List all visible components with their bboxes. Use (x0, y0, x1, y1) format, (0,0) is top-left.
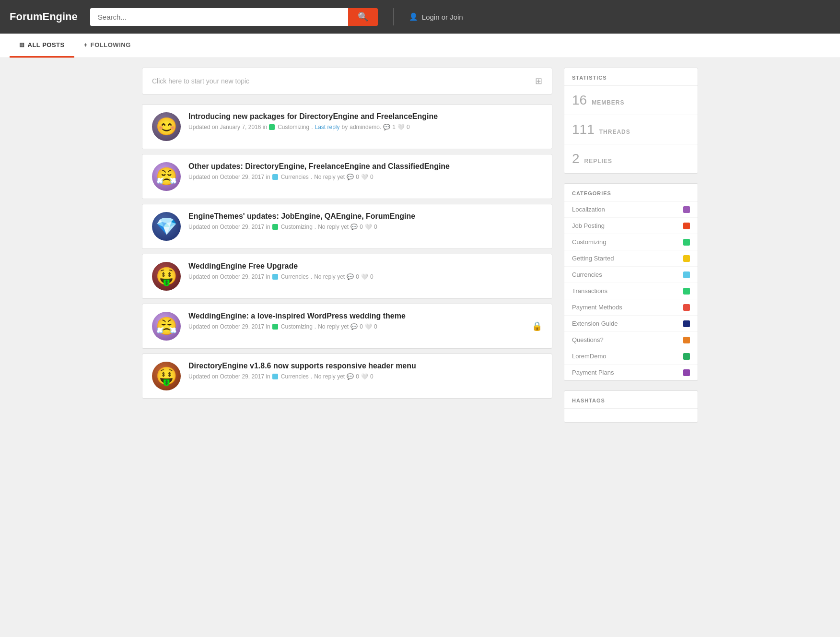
post-title[interactable]: Introducing new packages for DirectoryEn… (188, 112, 542, 121)
category-item-2[interactable]: Customizing (564, 234, 698, 250)
hashtags-section: HASHTAGS (564, 390, 698, 423)
category-name: Job Posting (572, 222, 605, 229)
post-title[interactable]: DirectoryEngine v1.8.6 now supports resp… (188, 362, 542, 370)
post-item-4: 🤑 WeddingEngine Free Upgrade Updated on … (142, 254, 552, 299)
category-item-9[interactable]: LoremDemo (564, 348, 698, 365)
avatar: 🤑 (152, 362, 181, 390)
category-item-7[interactable]: Extension Guide (564, 316, 698, 332)
category-name: LoremDemo (572, 353, 607, 360)
site-header: ForumEngine 🔍 👤 Login or Join (0, 0, 840, 34)
user-icon: 👤 (409, 12, 418, 21)
category-color-dot (683, 239, 690, 246)
category-name: Getting Started (572, 255, 614, 262)
stat-label-threads: THREADS (599, 129, 630, 135)
tab-following[interactable]: + FOLLOWING (74, 34, 140, 58)
category-color-dot (683, 206, 690, 213)
site-logo: ForumEngine (10, 11, 78, 23)
category-item-3[interactable]: Getting Started (564, 250, 698, 267)
category-color-dot (683, 320, 690, 327)
avatar: 🤑 (152, 262, 181, 291)
avatar: 😤 (152, 162, 181, 191)
post-title[interactable]: WeddingEngine Free Upgrade (188, 262, 542, 271)
following-icon: + (84, 41, 88, 48)
category-name: Localization (572, 206, 605, 213)
post-content: EngineThemes' updates: JobEngine, QAEngi… (188, 212, 542, 230)
post-item-3: 💎 EngineThemes' updates: JobEngine, QAEn… (142, 204, 552, 249)
category-color-dot (683, 223, 690, 229)
stat-replies: 2 REPLIES (564, 144, 698, 173)
categories-title: CATEGORIES (564, 184, 698, 201)
post-item-6: 🤑 DirectoryEngine v1.8.6 now supports re… (142, 354, 552, 399)
category-name: Transactions (572, 287, 607, 295)
avatar: 😊 (152, 112, 181, 141)
category-item-4[interactable]: Currencies (564, 267, 698, 283)
search-input[interactable] (90, 8, 348, 26)
post-title[interactable]: EngineThemes' updates: JobEngine, QAEngi… (188, 212, 542, 221)
lock-icon: 🔒 (532, 321, 542, 331)
category-name: Questions? (572, 336, 604, 343)
post-meta: Updated on October 29, 2017 in Currencie… (188, 174, 542, 180)
stat-number-members: 16 (572, 93, 587, 108)
posts-area: Click here to start your new topic ⊞ 😊 I… (142, 68, 552, 432)
category-color-dot (683, 337, 690, 343)
stat-number-threads: 111 (572, 122, 595, 137)
post-item-1: 😊 Introducing new packages for Directory… (142, 104, 552, 149)
category-item-10[interactable]: Payment Plans (564, 365, 698, 380)
login-button[interactable]: 👤 Login or Join (409, 12, 463, 21)
post-meta: Updated on October 29, 2017 in Customizi… (188, 323, 542, 330)
categories-list: Localization Job Posting Customizing Get… (564, 201, 698, 380)
main-layout: Click here to start your new topic ⊞ 😊 I… (132, 68, 708, 432)
category-color-dot (683, 271, 690, 278)
hashtags-title: HASHTAGS (564, 391, 698, 409)
category-item-5[interactable]: Transactions (564, 283, 698, 299)
new-topic-box[interactable]: Click here to start your new topic ⊞ (142, 68, 552, 94)
category-color-dot (683, 288, 690, 295)
category-item-1[interactable]: Job Posting (564, 218, 698, 234)
category-name: Extension Guide (572, 320, 618, 327)
stat-label-members: MEMBERS (592, 99, 624, 106)
post-meta: Updated on January 7, 2016 in Customizin… (188, 124, 542, 130)
stat-threads: 111 THREADS (564, 115, 698, 144)
category-color-dot (683, 304, 690, 311)
stat-members: 16 MEMBERS (564, 86, 698, 115)
post-item-5: 😤 WeddingEngine: a love-inspired WordPre… (142, 304, 552, 349)
category-color-dot (683, 353, 690, 360)
new-topic-placeholder: Click here to start your new topic (152, 77, 249, 85)
post-content: WeddingEngine: a love-inspired WordPress… (188, 312, 542, 330)
post-meta: Updated on October 29, 2017 in Currencie… (188, 273, 542, 280)
category-badge (272, 324, 278, 330)
header-divider (393, 8, 394, 25)
category-color-dot (683, 369, 690, 376)
post-title[interactable]: Other updates: DirectoryEngine, Freelanc… (188, 162, 542, 171)
tab-all-posts[interactable]: ⊞ ALL POSTS (10, 34, 74, 58)
statistics-section: STATISTICS 16 MEMBERS 111 THREADS 2 REPL… (564, 68, 698, 174)
post-content: WeddingEngine Free Upgrade Updated on Oc… (188, 262, 542, 280)
category-badge (272, 374, 278, 379)
category-name: Payment Methods (572, 304, 622, 311)
category-name: Customizing (572, 238, 607, 246)
post-item-2: 😤 Other updates: DirectoryEngine, Freela… (142, 154, 552, 199)
category-name: Currencies (572, 271, 602, 278)
post-content: Introducing new packages for DirectoryEn… (188, 112, 542, 130)
search-icon: 🔍 (358, 12, 368, 22)
last-reply-link[interactable]: Last reply (315, 124, 340, 130)
category-badge (269, 124, 275, 130)
categories-section: CATEGORIES Localization Job Posting Cust… (564, 183, 698, 381)
post-content: Other updates: DirectoryEngine, Freelanc… (188, 162, 542, 180)
category-item-6[interactable]: Payment Methods (564, 299, 698, 316)
category-color-dot (683, 255, 690, 262)
stat-label-replies: REPLIES (584, 158, 612, 165)
stat-number-replies: 2 (572, 151, 580, 166)
category-item-8[interactable]: Questions? (564, 332, 698, 348)
post-content: DirectoryEngine v1.8.6 now supports resp… (188, 362, 542, 380)
category-item-0[interactable]: Localization (564, 201, 698, 218)
search-button[interactable]: 🔍 (348, 8, 378, 26)
post-meta: Updated on October 29, 2017 in Currencie… (188, 373, 542, 380)
post-title[interactable]: WeddingEngine: a love-inspired WordPress… (188, 312, 542, 320)
new-topic-icon: ⊞ (535, 76, 542, 86)
all-posts-icon: ⊞ (19, 41, 25, 48)
category-name: Payment Plans (572, 369, 614, 376)
hashtags-content (564, 409, 698, 422)
sidebar: STATISTICS 16 MEMBERS 111 THREADS 2 REPL… (564, 68, 698, 432)
category-badge (272, 224, 278, 230)
